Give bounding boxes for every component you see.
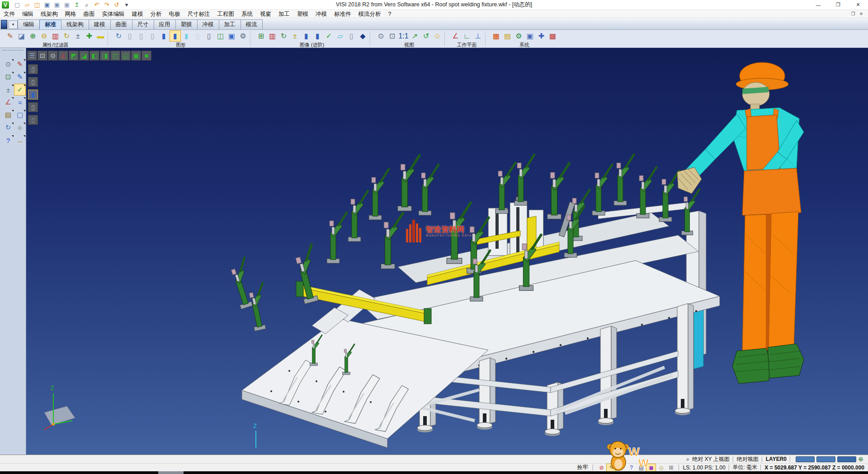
- globe-icon[interactable]: ⊕: [856, 455, 865, 463]
- qat-more-icon[interactable]: ▾: [122, 1, 131, 9]
- save-as-icon[interactable]: ▣: [52, 1, 61, 9]
- solid-striped2-icon[interactable]: ▮: [312, 30, 323, 42]
- solid-sheet-icon[interactable]: ▱: [335, 30, 346, 42]
- menu-item[interactable]: 曲面: [80, 10, 99, 18]
- cylinder-copy-icon[interactable]: ▣: [226, 30, 237, 42]
- shaded-refresh-icon[interactable]: ↻: [278, 30, 289, 42]
- strip-cylinder-wire4-icon[interactable]: ▯: [28, 115, 38, 125]
- help-icon[interactable]: ?: [3, 135, 14, 146]
- visibility-remove-icon[interactable]: ⊖: [38, 30, 50, 42]
- import-file-icon[interactable]: ◫: [33, 1, 42, 9]
- shaded-toggle-icon[interactable]: ±: [289, 30, 301, 42]
- zoom-all-icon[interactable]: ⊙: [375, 30, 387, 42]
- viewport-3d[interactable]: Z Z ☰ ⊡ ⊙: [26, 48, 868, 455]
- attribute-info-icon[interactable]: ◪: [16, 30, 27, 42]
- grid-mode-icon[interactable]: ⊞: [666, 464, 675, 471]
- shaded-new-icon[interactable]: ⊞: [255, 30, 267, 42]
- cylinder-transparent-icon[interactable]: ▮: [181, 30, 192, 42]
- menu-item[interactable]: 分析: [147, 10, 165, 18]
- color-table-icon[interactable]: ▦: [491, 30, 502, 42]
- restore-button[interactable]: ❐: [828, 0, 848, 9]
- open-file-icon[interactable]: ▱: [23, 1, 32, 9]
- workplane-entity-icon[interactable]: ∟: [461, 30, 472, 42]
- strip-cylinder-wire1-icon[interactable]: ▯: [28, 64, 38, 74]
- layer-palette-icon[interactable]: ▤: [3, 109, 14, 120]
- 标准[interactable]: 标准: [39, 19, 61, 29]
- zoom-inout-icon[interactable]: ±: [3, 84, 14, 95]
- measure-icon[interactable]: ↔: [14, 135, 25, 146]
- hide-all-icon[interactable]: ▬: [95, 30, 106, 42]
- menu-item[interactable]: 模流分析: [355, 10, 385, 18]
- cylinder-shaded-active-icon[interactable]: ▮: [170, 30, 181, 42]
- system-config-icon[interactable]: ⚙: [513, 30, 524, 42]
- save-icon[interactable]: ▣: [42, 1, 52, 9]
- cylinder-wireframe1-icon[interactable]: ▯: [124, 30, 136, 42]
- lock-toggle[interactable]: 拴牢: [575, 464, 590, 471]
- 建模[interactable]: 建模: [89, 19, 111, 29]
- view-cube-bottom-icon[interactable]: ◪: [79, 51, 89, 61]
- strip-cylinder-wire2-icon[interactable]: ▯: [28, 77, 38, 87]
- view-reference-label[interactable]: 绝对视图: [737, 455, 759, 463]
- 模流[interactable]: 模流: [241, 19, 263, 29]
- workplane-align-icon[interactable]: ⊥: [472, 30, 484, 42]
- active-layer-label[interactable]: LAYER0: [766, 456, 787, 462]
- menu-item[interactable]: 编辑: [19, 10, 37, 18]
- layer-bar-icon[interactable]: ▤: [502, 30, 513, 42]
- visibility-toggle-icon[interactable]: ±: [72, 30, 84, 42]
- save-copy-icon[interactable]: ▣: [62, 1, 71, 9]
- view-cube-left-icon[interactable]: ◧: [90, 51, 99, 61]
- menu-item[interactable]: ?: [385, 10, 395, 18]
- close-button[interactable]: ✕: [848, 0, 868, 9]
- regen-graphics-icon[interactable]: ↻: [113, 30, 124, 42]
- view-window-icon[interactable]: ⊡: [38, 51, 47, 61]
- mdi-close-button[interactable]: ✕: [857, 10, 865, 18]
- snap-settings-icon[interactable]: ✚: [536, 30, 547, 42]
- redo-icon[interactable]: ↷: [102, 1, 111, 9]
- cylinder-shaded-icon[interactable]: ▮: [158, 30, 170, 42]
- filter-traffic-icon[interactable]: ▥: [50, 30, 61, 42]
- menu-item[interactable]: 标准件: [330, 10, 355, 18]
- view-cube-front-icon[interactable]: ◰: [110, 51, 120, 61]
- no-snap-icon[interactable]: ⊘: [597, 464, 606, 471]
- strip-cylinder-wire3-icon[interactable]: ▯: [28, 102, 38, 112]
- tab-dropdown-button[interactable]: ▼: [9, 20, 18, 29]
- lamp-icon[interactable]: ◍: [656, 464, 665, 471]
- 曲面[interactable]: 曲面: [110, 19, 132, 29]
- color-swatch-2[interactable]: [816, 456, 835, 462]
- view-cube-iso-icon[interactable]: ▣: [131, 51, 141, 61]
- zoom-dynamic-icon[interactable]: ⊙: [3, 59, 14, 70]
- solid-verified-icon[interactable]: ✓: [323, 30, 335, 42]
- zoom-window-icon[interactable]: ⊡: [387, 30, 398, 42]
- search-icon[interactable]: ⌕: [82, 1, 91, 9]
- graphics-options-icon[interactable]: ⚙: [237, 30, 249, 42]
- 塑膜[interactable]: 塑膜: [175, 19, 198, 29]
- curve-sketch-icon[interactable]: ✎: [14, 71, 25, 82]
- mdi-restore-button[interactable]: ❐: [849, 10, 857, 18]
- view-cube-shaded-icon[interactable]: ■: [142, 51, 151, 61]
- app-corner-button[interactable]: [1, 20, 7, 29]
- undo-icon[interactable]: ↶: [92, 1, 101, 9]
- cylinder-hidden-icon[interactable]: ▯: [192, 30, 203, 42]
- menu-item[interactable]: 工程图: [214, 10, 238, 18]
- solid-wire-icon[interactable]: ▯: [346, 30, 357, 42]
- solid-striped1-icon[interactable]: ▮: [301, 30, 312, 42]
- confirm-icon[interactable]: ✓: [14, 84, 25, 95]
- menu-item[interactable]: 系统: [238, 10, 256, 18]
- menu-item[interactable]: 尺寸标注: [184, 10, 214, 18]
- cylinder-group-icon[interactable]: ◫: [215, 30, 226, 42]
- menu-item[interactable]: 电极: [165, 10, 184, 18]
- view-zoom-icon[interactable]: ⊙: [48, 51, 58, 61]
- menu-item[interactable]: 塑模: [293, 10, 312, 18]
- view-cube-back-icon[interactable]: ◱: [121, 51, 131, 61]
- 应用[interactable]: 应用: [154, 19, 176, 29]
- menu-item[interactable]: 建模: [128, 10, 147, 18]
- window-view-icon[interactable]: ▢: [14, 109, 25, 120]
- view-direction-icon[interactable]: ↗: [409, 30, 420, 42]
- 编辑[interactable]: 编辑: [18, 19, 40, 29]
- plot-print-icon[interactable]: ↥: [72, 1, 81, 9]
- solid-shade-icon[interactable]: ◆: [357, 30, 368, 42]
- color-swatch-3[interactable]: [837, 456, 856, 462]
- 线架构[interactable]: 线架构: [61, 19, 89, 29]
- zoom-scale-icon[interactable]: 1:1: [398, 30, 409, 42]
- window-select-icon[interactable]: ⊡: [3, 71, 14, 82]
